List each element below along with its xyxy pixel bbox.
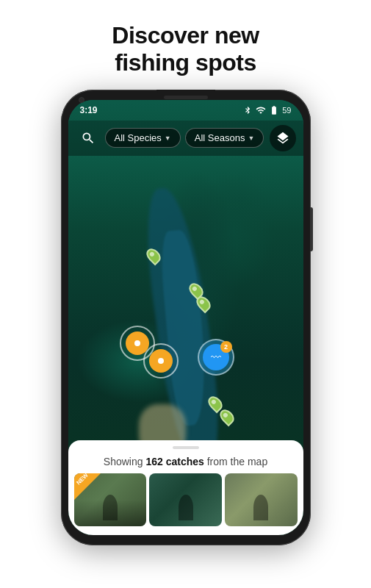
orange-cluster-2[interactable] xyxy=(143,343,179,379)
bluetooth-icon xyxy=(242,105,253,115)
phone-device: 〰 2 3:19 59 xyxy=(61,90,311,545)
chevron-down-icon: ▼ xyxy=(165,135,171,142)
catches-summary: Showing 162 catches from the map xyxy=(68,449,303,473)
summary-prefix: Showing xyxy=(104,456,146,467)
cluster-count-badge: 2 xyxy=(220,341,232,353)
camera xyxy=(79,97,84,103)
status-time: 3:19 xyxy=(80,105,98,115)
power-button xyxy=(310,207,313,251)
seasons-filter[interactable]: All Seasons ▼ xyxy=(185,128,264,148)
thumbnails-row: NEW xyxy=(68,473,303,532)
catch-thumbnail-3[interactable] xyxy=(225,473,298,526)
fish-icon: 〰 xyxy=(211,351,221,363)
cluster-dot-2 xyxy=(158,358,164,364)
seasons-filter-label: All Seasons xyxy=(195,132,245,143)
top-bar: All Species ▼ All Seasons ▼ xyxy=(68,121,303,156)
search-icon xyxy=(81,131,96,146)
person-silhouette-1 xyxy=(103,495,118,520)
map-marker-3[interactable] xyxy=(198,295,211,313)
chevron-down-icon-2: ▼ xyxy=(248,135,254,142)
layers-button[interactable] xyxy=(270,125,296,151)
water-cluster-inner: 〰 2 xyxy=(203,344,229,370)
map-marker-1[interactable] xyxy=(148,248,161,265)
battery-icon xyxy=(269,105,279,115)
headline: Discover new fishing spots xyxy=(112,22,259,76)
battery-level: 59 xyxy=(282,106,291,115)
bottom-panel: Showing 162 catches from the map NEW xyxy=(68,440,303,534)
catch-thumbnail-1[interactable]: NEW xyxy=(74,473,147,526)
signal-icon xyxy=(256,105,266,115)
summary-suffix: from the map xyxy=(204,456,267,467)
layers-icon xyxy=(275,131,290,146)
search-button[interactable] xyxy=(76,126,101,151)
phone-outer: 〰 2 3:19 59 xyxy=(61,90,311,545)
water-cluster[interactable]: 〰 2 xyxy=(198,339,234,376)
cluster-inner-2 xyxy=(149,349,173,373)
phone-screen: 〰 2 3:19 59 xyxy=(68,100,303,535)
status-icons: 59 xyxy=(242,105,291,115)
species-filter-label: All Species xyxy=(115,132,162,143)
person-silhouette-2 xyxy=(179,495,193,520)
speaker xyxy=(164,96,208,99)
map-marker-5[interactable] xyxy=(221,409,234,426)
status-bar: 3:19 59 xyxy=(68,100,303,121)
person-silhouette-3 xyxy=(253,495,268,520)
species-filter[interactable]: All Species ▼ xyxy=(105,128,181,148)
notch xyxy=(156,90,215,93)
catch-thumbnail-2[interactable] xyxy=(149,473,222,526)
catches-count: 162 catches xyxy=(145,456,203,467)
cluster-dot xyxy=(134,340,140,346)
